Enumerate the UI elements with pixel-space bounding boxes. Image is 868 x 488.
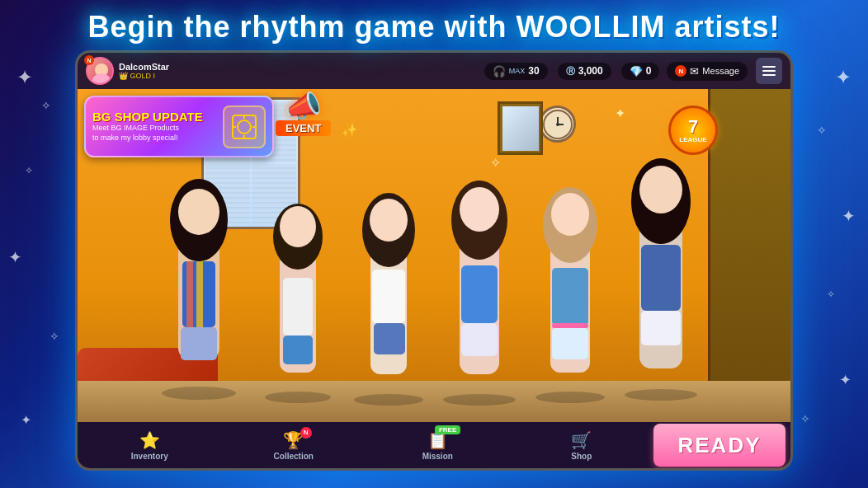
points-stat: Ⓡ 3,000 <box>558 63 611 80</box>
shop-label: Shop <box>571 452 592 461</box>
diamond-icon: 💎 <box>630 65 643 77</box>
message-button[interactable]: N ✉ Message <box>667 62 748 81</box>
r-icon: Ⓡ <box>566 65 575 77</box>
svg-point-39 <box>625 389 697 401</box>
menu-button[interactable] <box>756 58 782 84</box>
idol-1 <box>162 179 236 400</box>
svg-point-42 <box>639 166 682 214</box>
svg-point-14 <box>265 392 331 403</box>
mission-label: Mission <box>422 452 453 461</box>
menu-line-3 <box>762 74 776 76</box>
svg-rect-13 <box>181 327 217 360</box>
svg-rect-30 <box>461 265 498 323</box>
sparkle-1: ✨ <box>342 122 358 138</box>
mission-free-badge: FREE <box>435 425 460 434</box>
game-screenshot: N DalcomStar 👑 GOLD I 🎧 MAX 30 Ⓡ 3,000 <box>78 53 790 468</box>
event-icon: 📣 <box>285 89 322 124</box>
svg-rect-11 <box>186 261 193 327</box>
main-content: ✨ ✦ ✧ BG SHOP UPDATE Meet BG IMAGE Produ… <box>78 89 790 422</box>
svg-point-35 <box>551 193 589 236</box>
idol-3 <box>354 193 423 406</box>
bg-shop-text: BG SHOP UPDATE Meet BG IMAGE Products to… <box>92 110 218 143</box>
svg-rect-44 <box>641 311 681 345</box>
energy-value: 30 <box>528 65 539 77</box>
user-name: DalcomStar <box>119 62 169 72</box>
idol-6 <box>625 158 697 401</box>
sparkle-2: ✦ <box>615 106 625 121</box>
message-label: Message <box>702 66 739 76</box>
idol-5 <box>535 187 605 403</box>
energy-stat: 🎧 MAX 30 <box>484 63 548 80</box>
energy-max-label: MAX <box>509 67 526 75</box>
points-value: 3,000 <box>578 65 603 77</box>
svg-rect-38 <box>552 328 588 359</box>
svg-point-1 <box>92 73 111 85</box>
svg-rect-25 <box>374 323 405 354</box>
svg-rect-45 <box>233 115 256 138</box>
event-button[interactable]: 📣 EVENT <box>276 89 331 136</box>
user-n-badge: N <box>84 55 94 65</box>
user-rank: 👑 GOLD I <box>119 72 169 80</box>
inventory-icon: ⭐ <box>139 430 160 450</box>
nav-mission[interactable]: FREE 📋 Mission <box>366 427 510 464</box>
nav-collection[interactable]: N 🏆 Collection <box>222 427 366 464</box>
nav-shop[interactable]: 🛒 Shop <box>510 427 654 464</box>
collection-label: Collection <box>274 452 314 461</box>
shop-icon: 🛒 <box>571 430 592 450</box>
svg-point-23 <box>370 199 408 242</box>
league-badge: 7 LEAGUE <box>668 106 718 155</box>
sparkle-3: ✧ <box>490 155 501 171</box>
diamond-value: 0 <box>646 65 652 77</box>
top-bar: N DalcomStar 👑 GOLD I 🎧 MAX 30 Ⓡ 3,000 <box>78 53 790 89</box>
message-icon: ✉ <box>690 65 699 77</box>
svg-rect-31 <box>461 323 498 356</box>
diamond-stat: 💎 0 <box>621 63 660 80</box>
ready-label: READY <box>677 433 761 458</box>
svg-rect-24 <box>372 270 405 323</box>
svg-point-32 <box>535 392 605 403</box>
inventory-label: Inventory <box>131 452 168 461</box>
bottom-nav: ⭐ Inventory N 🏆 Collection FREE 📋 Missio… <box>78 422 790 468</box>
user-avatar-container: N <box>86 57 114 85</box>
idol-2 <box>265 204 331 403</box>
svg-point-46 <box>238 120 251 134</box>
svg-point-6 <box>162 387 236 400</box>
league-number: 7 <box>688 118 698 136</box>
svg-rect-37 <box>552 323 588 328</box>
bg-shop-subtitle-1: Meet BG IMAGE Products <box>92 124 218 134</box>
svg-point-26 <box>443 394 516 406</box>
svg-point-20 <box>354 394 423 406</box>
svg-point-9 <box>178 189 219 235</box>
bg-shop-title: BG SHOP UPDATE <box>92 110 218 124</box>
menu-line-1 <box>762 66 776 68</box>
collection-n-badge: N <box>300 427 312 439</box>
user-info: DalcomStar 👑 GOLD I <box>119 62 169 80</box>
svg-rect-12 <box>196 261 203 327</box>
bg-shop-icon <box>223 106 266 148</box>
headphone-icon: 🎧 <box>493 65 506 77</box>
svg-rect-36 <box>552 268 588 326</box>
svg-rect-19 <box>283 336 313 364</box>
svg-rect-18 <box>283 278 313 336</box>
ready-button[interactable]: READY <box>653 424 785 467</box>
bg-shop-subtitle-2: to make my lobby special! <box>92 134 218 143</box>
phone-frame: N DalcomStar 👑 GOLD I 🎧 MAX 30 Ⓡ 3,000 <box>75 50 793 471</box>
page-title: Begin the rhythm game with WOOLLIM artis… <box>87 10 780 45</box>
message-n-badge: N <box>675 65 686 77</box>
svg-point-17 <box>280 206 316 247</box>
nav-inventory[interactable]: ⭐ Inventory <box>78 427 222 464</box>
menu-line-2 <box>762 70 776 72</box>
svg-point-29 <box>460 187 499 232</box>
idol-4 <box>443 181 516 406</box>
bg-shop-banner[interactable]: BG SHOP UPDATE Meet BG IMAGE Products to… <box>84 96 274 157</box>
league-text: LEAGUE <box>679 136 706 143</box>
svg-rect-43 <box>641 245 681 311</box>
